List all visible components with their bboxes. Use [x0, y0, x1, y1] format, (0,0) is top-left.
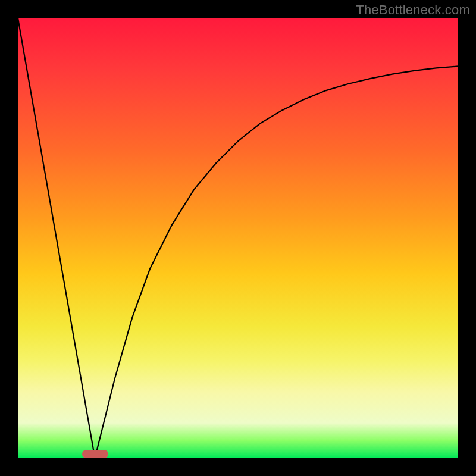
plot-area	[18, 18, 458, 458]
chart-frame: TheBottleneck.com	[0, 0, 476, 476]
right-curve	[95, 66, 459, 458]
left-linear-segment	[18, 18, 95, 458]
watermark-text: TheBottleneck.com	[356, 2, 470, 18]
vertex-marker	[82, 450, 108, 458]
bottleneck-curve	[18, 18, 458, 458]
